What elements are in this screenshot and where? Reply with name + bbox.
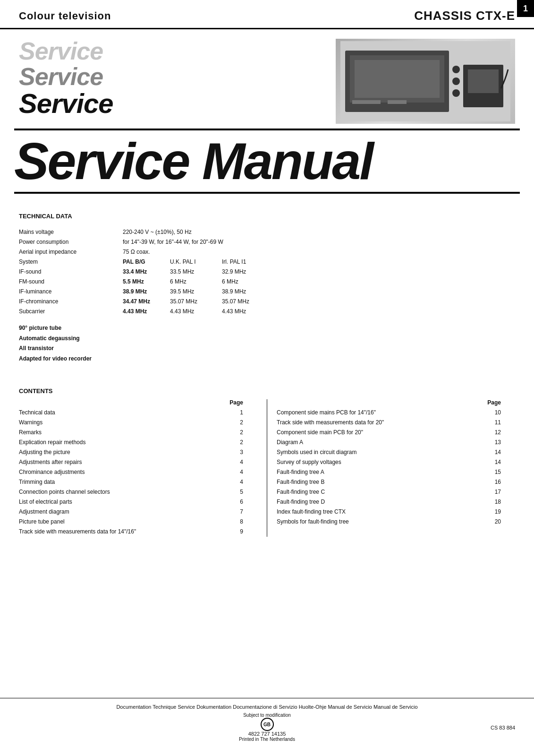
- item-label: List of electrical parts: [19, 497, 234, 507]
- label-power-consumption: Power consumption: [19, 237, 109, 247]
- item-page: 5: [234, 487, 243, 497]
- item-page: 2: [234, 438, 243, 447]
- product-image: [336, 39, 515, 124]
- item-page: 4: [234, 457, 243, 467]
- contents-item-connection: Connection points channel selectors 5: [19, 487, 257, 497]
- contents-page-header-right: Page: [487, 399, 501, 406]
- gb-badge: GB: [261, 718, 274, 731]
- svg-point-4: [452, 66, 460, 73]
- system-table: PAL B/G U.K. PAL I Irl. PAL I1 33.4 MHz …: [123, 257, 515, 317]
- contents-item-chrominance: Chrominance adjustments 4: [19, 467, 257, 477]
- item-page: 12: [492, 428, 501, 438]
- contents-item-component-mains: Component side mains PCB for 14"/16" 10: [277, 408, 515, 418]
- item-label: Fault-finding tree A: [277, 467, 492, 477]
- value-power-consumption: for 14"-39 W, for 16"-44 W, for 20"-69 W: [123, 237, 515, 247]
- sys-col-header-1: U.K. PAL I: [170, 257, 222, 267]
- item-label: Track side with measurements data for 14…: [19, 527, 234, 537]
- spec-video-recorder: Adapted for video recorder: [19, 354, 515, 364]
- label-subcarrier: Subcarrier: [19, 307, 109, 317]
- if-luminance-row: 38.9 MHz 39.5 MHz 38.9 MHz: [123, 287, 515, 297]
- item-label: Trimming data: [19, 477, 234, 487]
- contents-item-fault-c: Fault-finding tree C 17: [277, 487, 515, 497]
- item-label: Chrominance adjustments: [19, 467, 234, 477]
- tv-illustration: [336, 39, 515, 124]
- label-aerial-input: Aerial input impedance: [19, 247, 109, 257]
- item-label: Index fault-finding tree CTX: [277, 507, 492, 517]
- contents-divider: [267, 399, 267, 537]
- contents-item-picture-tube: Picture tube panel 8: [19, 517, 257, 527]
- footer-printed-text: Printed in The Netherlands: [239, 737, 295, 742]
- item-label: Technical data: [19, 408, 234, 418]
- footer-center: Subject to modification GB 4822 727 1413…: [239, 713, 295, 742]
- item-page: 14: [492, 457, 501, 467]
- header-section: Service Service Service: [0, 29, 534, 129]
- footer-right: CS 83 884: [295, 723, 515, 731]
- service-manual-title: Service Manual: [14, 135, 520, 187]
- if-chrom-irl-pal: 35.07 MHz: [222, 297, 274, 307]
- item-label: Warnings: [19, 418, 234, 428]
- contents-item-list-electrical: List of electrical parts 6: [19, 497, 257, 507]
- service-label-1: Service: [19, 39, 113, 63]
- item-label: Adjustment diagram: [19, 507, 234, 517]
- label-fm-sound: FM-sound: [19, 277, 109, 287]
- contents-item-technical-data: Technical data 1: [19, 408, 257, 418]
- contents-item-fault-b: Fault-finding tree B 16: [277, 477, 515, 487]
- item-page: 10: [492, 408, 501, 418]
- item-page: 17: [492, 487, 501, 497]
- item-label: Connection points channel selectors: [19, 487, 234, 497]
- subcarrier-pal-bg: 4.43 MHz: [123, 307, 170, 317]
- item-page: 18: [492, 497, 501, 507]
- contents-left-header: Page: [19, 399, 257, 406]
- service-label-3: Service: [19, 90, 113, 117]
- if-sound-row: 33.4 MHz 33.5 MHz 32.9 MHz: [123, 267, 515, 277]
- if-chrom-pal-bg: 34.47 MHz: [123, 297, 170, 307]
- item-page: 2: [234, 418, 243, 428]
- page-number-corner: 1: [517, 0, 534, 17]
- item-label: Track side with measurements data for 20…: [277, 418, 492, 428]
- spec-picture-tube: 90° picture tube: [19, 323, 515, 334]
- service-label-2: Service: [19, 64, 113, 89]
- sys-col-header-0: PAL B/G: [123, 257, 170, 267]
- item-page: 3: [234, 447, 243, 457]
- subcarrier-row: 4.43 MHz 4.43 MHz 4.43 MHz: [123, 307, 515, 317]
- svg-point-5: [452, 77, 460, 85]
- top-bar: Colour television CHASSIS CTX-E: [0, 0, 534, 29]
- item-label: Component side mains PCB for 14"/16": [277, 408, 492, 418]
- tech-data-content: Mains voltage Power consumption Aerial i…: [19, 227, 515, 317]
- service-logo: Service Service Service: [19, 39, 113, 117]
- fm-sound-uk-pal: 6 MHz: [170, 277, 222, 287]
- item-label: Remarks: [19, 428, 234, 438]
- svg-rect-3: [355, 60, 440, 98]
- item-page: 8: [234, 517, 243, 527]
- contents-right-col: Page Component side mains PCB for 14"/16…: [277, 399, 515, 537]
- spec-degaussing: Automatic degaussing: [19, 334, 515, 344]
- if-chrom-uk-pal: 35.07 MHz: [170, 297, 222, 307]
- item-label: Symbols for fault-finding tree: [277, 517, 492, 527]
- document-title: Colour television: [19, 10, 111, 22]
- contents-item-index-fault: Index fault-finding tree CTX 19: [277, 507, 515, 517]
- label-if-sound: IF-sound: [19, 267, 109, 277]
- label-if-luminance: IF-luminance: [19, 287, 109, 297]
- item-label: Symbols used in circuit diagram: [277, 447, 492, 457]
- item-page: 19: [492, 507, 501, 517]
- item-label: Component side main PCB for 20": [277, 428, 492, 438]
- contents-layout: Page Technical data 1 Warnings 2 Remarks…: [19, 399, 515, 537]
- item-label: Adjustments after repairs: [19, 457, 234, 467]
- footer-subject-text: Subject to modification: [243, 713, 291, 718]
- item-label: Fault-finding tree D: [277, 497, 492, 507]
- item-label: Explication repair methods: [19, 438, 234, 447]
- extra-specs: 90° picture tube Automatic degaussing Al…: [19, 323, 515, 364]
- gb-label: GB: [263, 722, 271, 727]
- item-page: 20: [492, 517, 501, 527]
- fm-sound-row: 5.5 MHz 6 MHz 6 MHz: [123, 277, 515, 287]
- chassis-id: CHASSIS CTX-E: [414, 9, 515, 23]
- contents-item-component-main-20: Component side main PCB for 20" 12: [277, 428, 515, 438]
- item-page: 1: [234, 408, 243, 418]
- contents-item-track-side-14: Track side with measurements data for 14…: [19, 527, 257, 537]
- contents-item-remarks: Remarks 2: [19, 428, 257, 438]
- item-page: 16: [492, 477, 501, 487]
- contents-left-col: Page Technical data 1 Warnings 2 Remarks…: [19, 399, 257, 537]
- label-mains-voltage: Mains voltage: [19, 227, 109, 237]
- contents-item-warnings: Warnings 2: [19, 418, 257, 428]
- fm-sound-irl-pal: 6 MHz: [222, 277, 274, 287]
